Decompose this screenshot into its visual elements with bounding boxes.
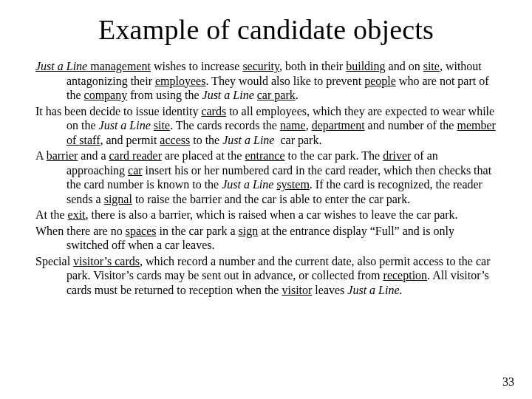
paragraph-1: Just a Line management wishes to increas… — [35, 59, 497, 103]
paragraph-4: At the exit, there is also a barrier, wh… — [35, 208, 497, 222]
paragraph-6: Special visitor’s cards, which record a … — [35, 254, 497, 298]
paragraph-2: It has been decide to issue identity car… — [35, 104, 497, 148]
slide-title: Example of candidate objects — [35, 13, 497, 46]
page-number: 33 — [502, 375, 514, 389]
paragraph-5: When there are no spaces in the car park… — [35, 224, 497, 253]
slide-body: Just a Line management wishes to increas… — [35, 59, 497, 297]
slide: Example of candidate objects Just a Line… — [0, 0, 532, 399]
paragraph-3: A barrier and a card reader are placed a… — [35, 149, 497, 206]
